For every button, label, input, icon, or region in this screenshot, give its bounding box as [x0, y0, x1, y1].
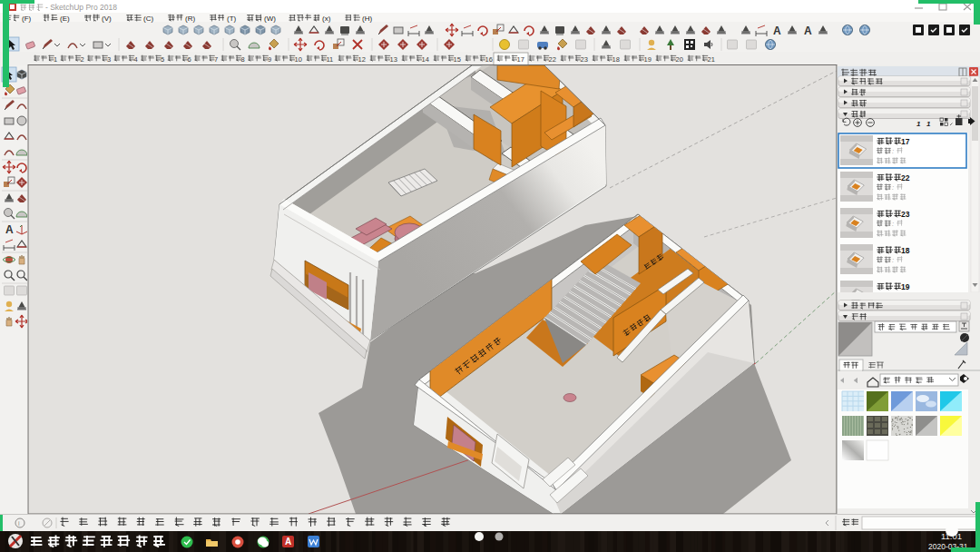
svg-text:19: 19: [901, 282, 910, 291]
svg-text:(R): (R): [185, 15, 195, 23]
svg-text:A: A: [285, 537, 291, 547]
svg-text:20: 20: [676, 55, 683, 64]
svg-text:A: A: [5, 223, 14, 236]
svg-text:(E): (E): [60, 15, 70, 23]
svg-text:16: 16: [485, 55, 493, 64]
svg-text:(x): (x): [322, 15, 331, 23]
svg-text:21: 21: [708, 55, 715, 64]
svg-text::: :: [892, 147, 894, 155]
svg-text:(H): (H): [362, 15, 372, 23]
svg-text:(C): (C): [143, 15, 153, 23]
svg-text:8: 8: [241, 55, 245, 64]
svg-text:3: 3: [107, 55, 111, 64]
svg-text:22: 22: [549, 55, 556, 64]
svg-text:(T): (T): [227, 15, 237, 23]
svg-text:(F): (F): [22, 15, 32, 23]
svg-text:6: 6: [188, 55, 191, 64]
svg-text:15: 15: [454, 55, 461, 64]
svg-text::: :: [892, 220, 894, 228]
svg-text:1: 1: [926, 120, 931, 128]
svg-text:22: 22: [901, 173, 910, 182]
svg-text:17: 17: [517, 55, 524, 64]
svg-text:14: 14: [422, 55, 429, 64]
svg-text:- SketchUp Pro 2018: - SketchUp Pro 2018: [45, 3, 117, 12]
svg-text:13: 13: [390, 55, 397, 64]
svg-text:1: 1: [916, 120, 921, 128]
svg-text:4: 4: [134, 55, 138, 64]
svg-text:17: 17: [901, 137, 910, 146]
svg-text:(V): (V): [102, 15, 112, 23]
svg-text:19: 19: [644, 55, 652, 64]
svg-text:A: A: [804, 25, 812, 37]
svg-text:18: 18: [901, 246, 910, 255]
svg-text:9: 9: [268, 55, 271, 64]
svg-text::: :: [892, 256, 894, 264]
svg-text:11: 11: [327, 55, 334, 64]
svg-text:5: 5: [161, 55, 164, 64]
svg-text:10: 10: [295, 55, 302, 64]
svg-text:7: 7: [214, 55, 218, 64]
svg-text:18: 18: [612, 55, 620, 64]
svg-text:2: 2: [81, 55, 84, 64]
svg-text:23: 23: [901, 210, 910, 219]
svg-text:23: 23: [581, 55, 588, 64]
svg-text:12: 12: [358, 55, 366, 64]
svg-text:A: A: [773, 25, 781, 37]
svg-text::: :: [892, 183, 894, 192]
svg-text:(W): (W): [264, 15, 276, 23]
svg-text:1: 1: [54, 55, 57, 64]
